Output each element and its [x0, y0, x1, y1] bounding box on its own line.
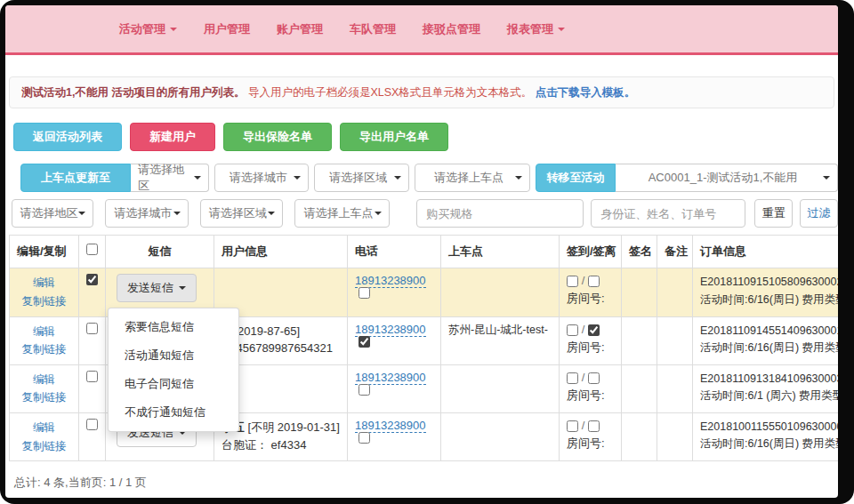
purchase-spec-input[interactable]: [416, 199, 584, 228]
pickup-point-select-2[interactable]: 请选择上车点: [294, 199, 391, 228]
top-navbar: 活动管理 用户管理 账户管理 车队管理 接驳点管理 报表管理: [5, 5, 838, 55]
pickup-cell: [441, 364, 560, 412]
filter-row-search: 请选择地区 请选择城市 请选择区域 请选择上车点 重置 过滤: [12, 199, 838, 228]
copy-link[interactable]: 复制链接: [17, 437, 71, 456]
phone-cell: 18913238900: [348, 413, 441, 461]
col-header-user-info: 用户信息: [214, 236, 348, 268]
row-checkbox[interactable]: [86, 323, 98, 334]
nav-item-report-mgmt[interactable]: 报表管理: [507, 21, 565, 37]
edit-copy-cell: 编辑 复制链接: [10, 364, 79, 412]
col-header-phone: 电话: [348, 236, 441, 268]
note-cell: [657, 364, 693, 412]
download-template-link[interactable]: 点击下载导入模板。: [536, 86, 636, 99]
caret-down-icon: [170, 28, 177, 31]
alert-warning-text: 导入用户的电子档必须是XLSX格式且单元格为文本格式。: [248, 86, 532, 99]
edit-link[interactable]: 编辑: [17, 371, 71, 389]
region-select[interactable]: 请选择地区: [131, 164, 209, 192]
select-all-checkbox[interactable]: [86, 244, 98, 255]
district-select[interactable]: 请选择区域: [314, 164, 408, 192]
city-select-2[interactable]: 请选择城市: [105, 199, 189, 228]
caret-down-icon: [558, 28, 565, 31]
target-activity-select[interactable]: AC0001_1-测试活动1,不能用: [616, 164, 838, 192]
phone-cell: 18913238900: [348, 364, 441, 412]
edit-link[interactable]: 编辑: [17, 323, 71, 341]
caret-down-icon: [268, 212, 275, 215]
filter-row-pickup-update: 上车点更新至 请选择地区 请选择城市 请选择区域 请选择上车点 转移至活动 AC…: [20, 164, 838, 192]
room-number-label: 房间号:: [567, 340, 614, 356]
row-checkbox[interactable]: [86, 419, 98, 430]
row-checkbox[interactable]: [86, 274, 98, 285]
edit-link[interactable]: 编辑: [17, 274, 71, 292]
sign-in-checkbox[interactable]: [567, 420, 578, 432]
sign-in-checkbox[interactable]: [567, 372, 578, 384]
pagination-summary: 总计: 4 条,当前页: 1 / 1 页: [14, 475, 838, 491]
select-cell: [79, 316, 106, 364]
phone-link[interactable]: 18913238900: [355, 274, 426, 288]
nav-item-fleet-mgmt[interactable]: 车队管理: [350, 21, 396, 37]
filter-button[interactable]: 过滤: [800, 199, 838, 228]
sign-out-checkbox[interactable]: [588, 324, 600, 336]
col-header-edit-copy: 编辑/复制: [10, 236, 79, 268]
menu-item-cancel-notice-sms[interactable]: 不成行通知短信: [109, 398, 238, 427]
order-detail: 活动时间:6/16(周日) 费用类型:: [700, 340, 838, 356]
sign-cell: / 房间号:: [560, 364, 622, 412]
export-users-button[interactable]: 导出用户名单: [340, 123, 448, 151]
sms-dropdown-menu: 索要信息短信 活动通知短信 电子合同短信 不成行通知短信: [108, 308, 239, 432]
district-select-2[interactable]: 请选择区域: [200, 199, 283, 228]
order-detail: 活动时间:6/1 (周六) 费用类型:: [700, 388, 838, 404]
edit-link[interactable]: 编辑: [17, 419, 71, 437]
phone-checkbox[interactable]: [359, 336, 370, 348]
app-window: 活动管理 用户管理 账户管理 车队管理 接驳点管理 报表管理 测试活动1,不能用…: [5, 5, 838, 498]
caret-down-icon: [823, 176, 830, 180]
caret-down-icon: [515, 176, 522, 180]
table-row: 编辑 复制链接 发送短信 索要信息短信 活动通知短信 电子合同短信 不成行通知短…: [10, 268, 839, 316]
copy-link[interactable]: 复制链接: [17, 292, 71, 311]
sign-in-checkbox[interactable]: [567, 276, 578, 287]
search-input[interactable]: [591, 199, 745, 228]
alert-emphasis-text: 测试活动1,不能用 活动项目的所有用户列表。: [21, 86, 245, 99]
screenshot-frame: 活动管理 用户管理 账户管理 车队管理 接驳点管理 报表管理 测试活动1,不能用…: [0, 0, 854, 504]
signature-cell: [622, 364, 657, 412]
sign-out-checkbox[interactable]: [588, 420, 600, 432]
sign-out-checkbox[interactable]: [588, 372, 600, 384]
action-toolbar: 返回活动列表 新建用户 导出保险名单 导出用户名单: [13, 123, 834, 151]
pickup-point-select[interactable]: 请选择上车点: [415, 164, 530, 192]
new-user-button[interactable]: 新建用户: [130, 123, 215, 151]
phone-checkbox[interactable]: [359, 432, 370, 444]
menu-item-activity-notice-sms[interactable]: 活动通知短信: [109, 341, 238, 370]
order-number: E20181001155501096300003: [700, 419, 838, 436]
sign-in-checkbox[interactable]: [567, 324, 578, 336]
sign-out-checkbox[interactable]: [588, 276, 600, 287]
phone-link[interactable]: 18913238900: [355, 323, 426, 337]
room-number-label: 房间号:: [567, 436, 614, 452]
select-cell: [79, 364, 106, 412]
copy-link[interactable]: 复制链接: [17, 388, 71, 407]
phone-link[interactable]: 18913238900: [355, 371, 426, 385]
city-select[interactable]: 请选择城市: [214, 164, 309, 192]
sign-cell: / 房间号:: [560, 268, 622, 316]
region-select-2[interactable]: 请选择地区: [12, 199, 93, 228]
transfer-activity-group: 转移至活动 AC0001_1-测试活动1,不能用: [536, 164, 838, 192]
signature-cell: [622, 413, 657, 461]
nav-item-activity-mgmt[interactable]: 活动管理: [119, 21, 177, 37]
update-pickup-button[interactable]: 上车点更新至: [20, 164, 131, 192]
menu-item-e-contract-sms[interactable]: 电子合同短信: [109, 370, 238, 398]
export-insurance-button[interactable]: 导出保险名单: [223, 123, 332, 151]
order-detail: 活动时间:6/16(周日) 费用类型:: [700, 292, 838, 308]
transfer-to-activity-button[interactable]: 转移至活动: [536, 164, 616, 192]
phone-checkbox[interactable]: [359, 384, 370, 396]
back-to-activity-list-button[interactable]: 返回活动列表: [13, 123, 122, 151]
copy-link[interactable]: 复制链接: [17, 340, 71, 359]
col-header-signature: 签名: [622, 236, 657, 268]
phone-link[interactable]: 18913238900: [355, 419, 426, 433]
row-checkbox[interactable]: [86, 371, 98, 382]
send-sms-button[interactable]: 发送短信: [117, 274, 197, 302]
menu-item-request-info-sms[interactable]: 索要信息短信: [109, 313, 238, 341]
nav-item-user-mgmt[interactable]: 用户管理: [204, 21, 250, 37]
sign-cell: / 房间号:: [560, 316, 622, 364]
caret-down-icon: [375, 212, 382, 215]
reset-button[interactable]: 重置: [754, 199, 793, 228]
phone-checkbox[interactable]: [359, 287, 370, 299]
nav-item-account-mgmt[interactable]: 账户管理: [277, 21, 323, 37]
nav-item-shuttle-point-mgmt[interactable]: 接驳点管理: [423, 21, 480, 37]
